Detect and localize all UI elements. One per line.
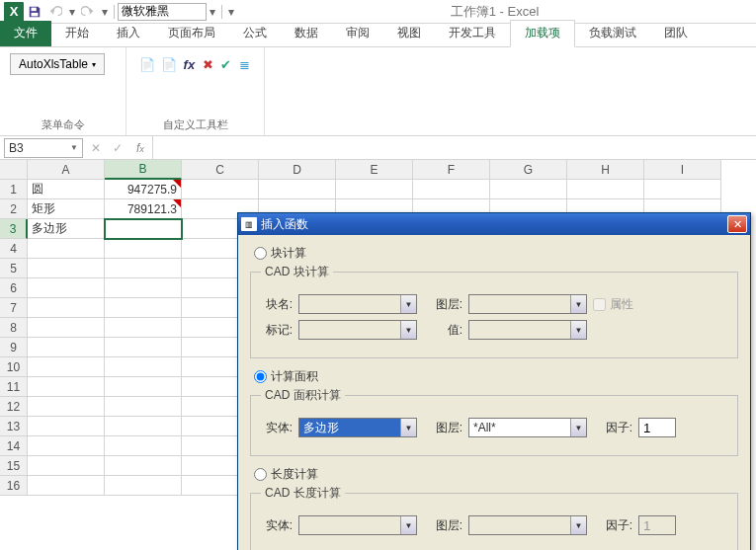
cell[interactable] [105, 436, 182, 456]
fx-icon[interactable]: fx [128, 141, 152, 155]
undo-icon[interactable] [45, 2, 65, 22]
cell[interactable] [105, 298, 182, 318]
col-header[interactable]: G [490, 160, 567, 180]
cell[interactable] [28, 278, 105, 298]
combo-block-layer[interactable]: ▼ [468, 294, 587, 314]
dialog-titlebar[interactable]: ▥ 插入函数 ✕ [238, 213, 750, 235]
cell[interactable] [336, 180, 413, 199]
formula-input[interactable] [152, 136, 756, 159]
row-header[interactable]: 6 [0, 278, 28, 298]
cell[interactable] [105, 476, 182, 496]
cell[interactable]: 947275.9 [105, 180, 182, 199]
close-icon[interactable]: ✕ [727, 215, 747, 233]
tool-icon-6[interactable]: ≣ [238, 55, 251, 73]
combo-value[interactable]: ▼ [468, 320, 587, 340]
cell[interactable] [105, 357, 182, 377]
cell[interactable] [105, 318, 182, 338]
cell[interactable] [105, 397, 182, 417]
tab-file[interactable]: 文件 [0, 21, 51, 46]
cell[interactable] [644, 180, 721, 199]
cell[interactable] [28, 259, 105, 278]
col-header[interactable]: A [28, 160, 105, 180]
row-header[interactable]: 10 [0, 357, 28, 377]
cell[interactable]: 789121.3 [105, 199, 182, 219]
cell[interactable] [182, 180, 259, 199]
combo-block-name[interactable]: ▼ [298, 294, 417, 314]
radio-length[interactable] [254, 468, 267, 481]
tab-addins[interactable]: 加载项 [510, 20, 575, 47]
tab-insert[interactable]: 插入 [103, 21, 154, 46]
fx-cancel-icon[interactable]: ✕ [85, 141, 107, 155]
font-dropdown-icon[interactable]: ▾ [207, 5, 218, 19]
cell[interactable] [105, 338, 182, 357]
cell[interactable] [105, 417, 182, 436]
cell[interactable]: 多边形 [28, 219, 105, 239]
tab-dev[interactable]: 开发工具 [435, 21, 510, 46]
row-header[interactable]: 5 [0, 259, 28, 278]
font-select[interactable] [118, 3, 207, 21]
cell[interactable] [28, 298, 105, 318]
undo-dropdown-icon[interactable]: ▾ [66, 5, 78, 19]
fx-enter-icon[interactable]: ✓ [107, 141, 128, 155]
row-header[interactable]: 16 [0, 476, 28, 496]
row-header[interactable]: 7 [0, 298, 28, 318]
cell[interactable] [567, 180, 644, 199]
cell[interactable] [105, 278, 182, 298]
tool-icon-5[interactable]: ✔ [220, 55, 233, 73]
row-header[interactable]: 2 [0, 199, 28, 219]
row-header[interactable]: 9 [0, 338, 28, 357]
input-area-factor[interactable] [638, 418, 676, 437]
cell[interactable] [105, 377, 182, 397]
row-header[interactable]: 1 [0, 180, 28, 199]
radio-block[interactable] [254, 247, 267, 260]
col-header[interactable]: F [413, 160, 490, 180]
redo-dropdown-icon[interactable]: ▾ [99, 5, 111, 19]
col-header[interactable]: C [182, 160, 259, 180]
tool-icon-1[interactable]: 📄 [139, 55, 155, 73]
name-box[interactable]: B3 ▼ [4, 138, 83, 158]
row-header[interactable]: 13 [0, 417, 28, 436]
cell[interactable] [105, 456, 182, 476]
row-header[interactable]: 11 [0, 377, 28, 397]
cell[interactable] [28, 377, 105, 397]
combo-len-entity[interactable]: ▼ [298, 515, 417, 535]
cell[interactable] [28, 417, 105, 436]
row-header[interactable]: 8 [0, 318, 28, 338]
save-icon[interactable] [25, 2, 44, 22]
radio-area[interactable] [254, 370, 267, 383]
col-header[interactable]: D [259, 160, 336, 180]
cell[interactable] [105, 259, 182, 278]
tab-team[interactable]: 团队 [650, 21, 702, 46]
cell[interactable] [28, 318, 105, 338]
tool-icon-3[interactable]: fx [183, 55, 196, 73]
cell[interactable] [28, 357, 105, 377]
qat-customize-icon[interactable]: ▾ [225, 5, 237, 19]
cell[interactable]: 矩形 [28, 199, 105, 219]
cell[interactable] [28, 239, 105, 259]
redo-icon[interactable] [78, 2, 98, 22]
combo-len-layer[interactable]: ▼ [468, 515, 587, 535]
col-header[interactable]: B [105, 160, 182, 180]
combo-area-layer[interactable]: *All*▼ [468, 418, 587, 437]
row-header[interactable]: 4 [0, 239, 28, 259]
cell[interactable] [490, 180, 567, 199]
tab-layout[interactable]: 页面布局 [154, 21, 229, 46]
cell[interactable] [28, 436, 105, 456]
combo-area-entity[interactable]: 多边形▼ [298, 418, 417, 437]
row-header[interactable]: 12 [0, 397, 28, 417]
tool-icon-2[interactable]: 📄 [161, 55, 177, 73]
tab-home[interactable]: 开始 [51, 21, 103, 46]
tool-icon-4[interactable]: ✖ [202, 55, 214, 73]
cell[interactable] [28, 456, 105, 476]
col-header[interactable]: E [336, 160, 413, 180]
cell[interactable]: 圆 [28, 180, 105, 199]
tab-formulas[interactable]: 公式 [229, 21, 281, 46]
tab-loadtest[interactable]: 负载测试 [575, 21, 650, 46]
select-all-corner[interactable] [0, 160, 28, 180]
combo-tag[interactable]: ▼ [298, 320, 417, 340]
col-header[interactable]: H [567, 160, 644, 180]
col-header[interactable]: I [644, 160, 721, 180]
row-header[interactable]: 3 [0, 219, 28, 239]
cell[interactable] [105, 239, 182, 259]
cell[interactable] [105, 219, 182, 239]
